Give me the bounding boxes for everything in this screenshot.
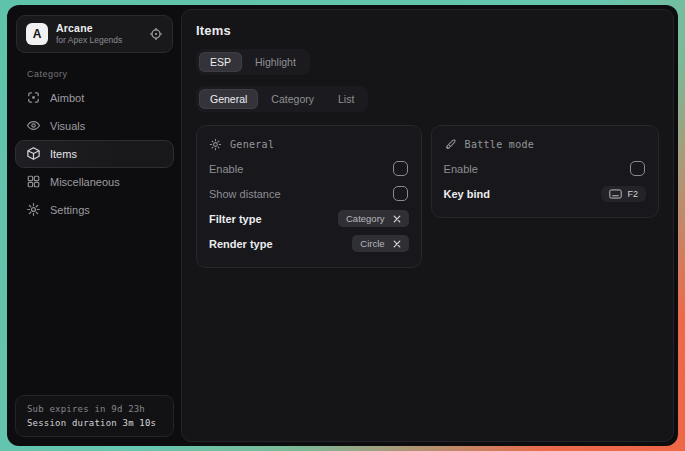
package-icon bbox=[26, 146, 41, 161]
x-icon[interactable] bbox=[393, 215, 401, 223]
tab-general[interactable]: General bbox=[199, 89, 258, 109]
grid-icon bbox=[26, 174, 41, 189]
setting-row-render-type: Render type Circle bbox=[209, 232, 409, 255]
subscription-card: Sub expires in 9d 23h Session duration 3… bbox=[15, 395, 174, 437]
page-title: Items bbox=[196, 23, 659, 38]
sidebar-nav: Aimbot Visuals Items bbox=[15, 84, 174, 224]
sidebar-item-aimbot[interactable]: Aimbot bbox=[15, 84, 174, 112]
general-card: General Enable Show distance Filter type… bbox=[196, 125, 422, 268]
setting-row-key-bind: Key bind F2 bbox=[444, 182, 646, 205]
setting-label: Enable bbox=[444, 163, 478, 175]
sidebar-item-label: Visuals bbox=[50, 120, 85, 132]
session-duration-text: Session duration 3m 10s bbox=[27, 418, 162, 428]
sidebar-item-label: Items bbox=[50, 148, 77, 160]
render-type-value: Circle bbox=[360, 238, 384, 249]
app-window: A Arcane for Apex Legends Category bbox=[7, 5, 678, 446]
keybind-value: F2 bbox=[627, 189, 638, 199]
brand-card: A Arcane for Apex Legends bbox=[16, 15, 173, 53]
sub-tabs: General Category List bbox=[196, 86, 368, 112]
tab-list[interactable]: List bbox=[327, 89, 365, 109]
sidebar-section-label: Category bbox=[27, 69, 174, 79]
sidebar-item-settings[interactable]: Settings bbox=[15, 196, 174, 224]
sidebar-item-items[interactable]: Items bbox=[15, 140, 174, 168]
setting-row-filter-type: Filter type Category bbox=[209, 207, 409, 230]
setting-label: Enable bbox=[209, 163, 243, 175]
filter-type-value: Category bbox=[346, 213, 385, 224]
brand-name: Arcane bbox=[56, 22, 122, 35]
setting-row-enable: Enable bbox=[209, 157, 409, 180]
keybind-button[interactable]: F2 bbox=[601, 186, 646, 202]
sidebar-item-label: Miscellaneous bbox=[50, 176, 120, 188]
crosshair-scan-icon bbox=[26, 90, 41, 105]
sidebar-item-label: Aimbot bbox=[50, 92, 84, 104]
setting-row-show-distance: Show distance bbox=[209, 182, 409, 205]
x-icon[interactable] bbox=[393, 240, 401, 248]
tab-highlight[interactable]: Highlight bbox=[244, 52, 307, 72]
main-panel: Items ESP Highlight General Category Lis… bbox=[181, 9, 674, 442]
show-distance-checkbox[interactable] bbox=[393, 186, 408, 201]
setting-label: Key bind bbox=[444, 188, 490, 200]
sun-icon bbox=[209, 138, 222, 151]
keyboard-icon bbox=[609, 189, 622, 199]
mode-tabs: ESP Highlight bbox=[196, 49, 310, 75]
setting-label: Render type bbox=[209, 238, 273, 250]
card-title: General bbox=[230, 139, 274, 150]
setting-label: Show distance bbox=[209, 188, 281, 200]
sidebar-item-label: Settings bbox=[50, 204, 90, 216]
tab-category[interactable]: Category bbox=[260, 89, 325, 109]
gear-icon bbox=[26, 202, 41, 217]
setting-label: Filter type bbox=[209, 213, 262, 225]
render-type-select[interactable]: Circle bbox=[352, 235, 408, 252]
card-title: Battle mode bbox=[465, 139, 535, 150]
brand-logo: A bbox=[26, 23, 48, 45]
enable-checkbox[interactable] bbox=[393, 161, 408, 176]
target-icon[interactable] bbox=[149, 27, 163, 41]
setting-row-enable: Enable bbox=[444, 157, 646, 180]
sword-icon bbox=[444, 138, 457, 151]
battle-enable-checkbox[interactable] bbox=[630, 161, 645, 176]
filter-type-select[interactable]: Category bbox=[338, 210, 409, 227]
eye-icon bbox=[26, 118, 41, 133]
battle-mode-card: Battle mode Enable Key bind bbox=[431, 125, 659, 218]
tab-esp[interactable]: ESP bbox=[199, 52, 242, 72]
sub-expires-text: Sub expires in 9d 23h bbox=[27, 404, 162, 414]
sidebar-item-miscellaneous[interactable]: Miscellaneous bbox=[15, 168, 174, 196]
sidebar-item-visuals[interactable]: Visuals bbox=[15, 112, 174, 140]
sidebar: A Arcane for Apex Legends Category bbox=[10, 8, 178, 443]
brand-subtitle: for Apex Legends bbox=[56, 35, 122, 46]
